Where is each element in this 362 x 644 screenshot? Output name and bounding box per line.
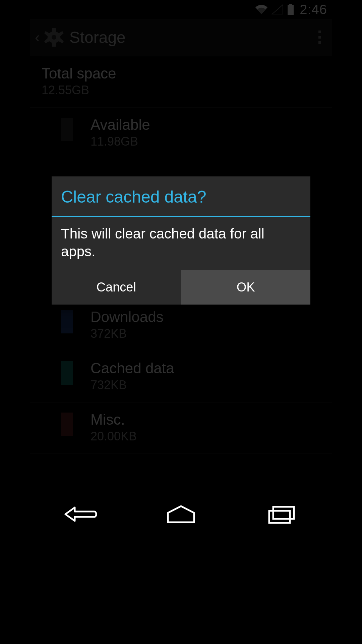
- home-button[interactable]: [149, 497, 213, 532]
- recent-apps-button[interactable]: [250, 497, 313, 532]
- dialog-button-bar: Cancel OK: [52, 270, 310, 305]
- ok-button[interactable]: OK: [181, 270, 311, 305]
- screen: 2:46 ‹ Storage Total spa: [30, 0, 332, 537]
- navigation-bar: [30, 493, 332, 537]
- cancel-button[interactable]: Cancel: [52, 270, 181, 305]
- back-button[interactable]: [49, 497, 112, 532]
- svg-rect-5: [269, 511, 290, 523]
- dialog-body: This will clear cached data for all apps…: [52, 217, 310, 270]
- clear-cache-dialog: Clear cached data? This will clear cache…: [52, 176, 310, 305]
- svg-rect-6: [273, 507, 294, 519]
- dialog-title: Clear cached data?: [52, 176, 310, 216]
